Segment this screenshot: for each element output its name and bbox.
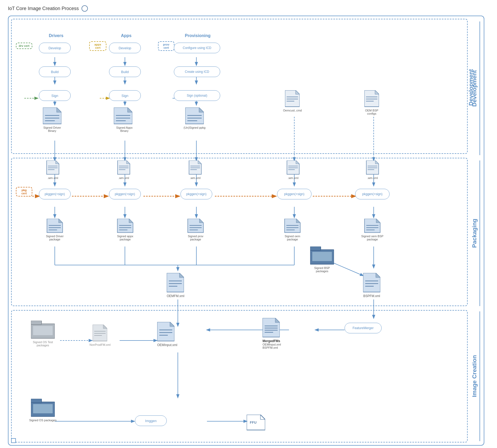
svg-marker-52 <box>57 107 61 112</box>
svg-marker-112 <box>199 219 203 223</box>
svg-marker-82 <box>126 160 130 164</box>
svg-rect-133 <box>312 252 332 261</box>
svg-rect-159 <box>31 399 42 403</box>
signed-driver-pkg-label: Signed Driver package <box>43 235 67 241</box>
title-circle <box>82 5 88 12</box>
signed-os-label: Signed OS packages <box>28 419 57 422</box>
oembsp-icon: OEM BSP configs <box>364 90 383 115</box>
svg-marker-87 <box>198 160 201 164</box>
pkg-cert-badge: pkg cert <box>16 187 32 196</box>
signed-driver-binary-icon: Signed Driver Binary <box>43 107 64 132</box>
drivers-develop: Develop <box>39 43 71 53</box>
prov-configure: Configure using ICD <box>174 43 220 53</box>
ffu-label: FFU <box>250 420 256 424</box>
main-diagram: Development drv cert Drivers Develop Bui… <box>8 16 484 446</box>
wm5-icon: .wm.xml <box>365 160 380 180</box>
signed-prov-pkg-label: Signed prov package <box>184 235 207 241</box>
signed-prov-pkg-icon: Signed prov package <box>186 219 207 241</box>
dev-side-label: Development <box>469 21 480 155</box>
svg-marker-92 <box>296 160 299 164</box>
svg-rect-132 <box>310 247 321 250</box>
signed-oem-bsp-pkg-label: Signed oem BSP package <box>359 235 386 241</box>
svg-marker-67 <box>296 90 300 94</box>
oeminput-icon: OEMInput.xml <box>157 322 177 347</box>
oemcust-icon: Oemcust..cmd <box>285 90 303 112</box>
mergedfms-label: MergedFMs <box>263 339 289 343</box>
mergedfms-detail: OEMInput.xmlBSPFM.xml <box>263 343 289 349</box>
oemcust-label: Oemcust..cmd <box>282 109 303 112</box>
wm2-icon: .wm.xml <box>116 160 131 180</box>
signed-oem-pkg-icon: Signed oem package <box>283 219 304 241</box>
signed-driver-pkg-icon: Signed Driver package <box>46 219 67 241</box>
imggen-box: Imggen <box>135 415 167 426</box>
signed-appx-pkg-icon: Signed appx package <box>116 219 137 241</box>
svg-marker-107 <box>129 219 133 223</box>
svg-marker-135 <box>376 273 380 277</box>
apps-develop: Develop <box>109 43 141 53</box>
signed-os-test-label: Signed OS Test packages <box>28 341 57 347</box>
svg-marker-102 <box>58 219 62 223</box>
wm1-icon: .wm.xml <box>46 160 60 180</box>
svg-marker-122 <box>376 219 380 223</box>
drivers-build: Build <box>39 66 71 77</box>
apps-sign: Sign <box>109 90 141 101</box>
signed-os-test-icon: Signed OS Test packages <box>31 321 57 347</box>
signed-os-pkg-icon: Signed OS packages <box>31 399 57 422</box>
nonprodfm-label: NonProdFM.xml <box>89 343 111 346</box>
wm3-label: .wm.xml <box>188 176 202 180</box>
page-title: IoT Core Image Creation Process <box>8 5 489 12</box>
img-section <box>11 310 468 442</box>
pkggen1: pkggen(+sign) <box>39 189 71 199</box>
signed-bsp-label: Signed BSP packages <box>309 266 335 273</box>
bspfm-label: BSPFM.xml <box>363 294 380 298</box>
oeminput-label: OEMInput.xml <box>157 343 177 347</box>
oemfm-icon: OEMFM.xml <box>167 273 184 298</box>
svg-marker-127 <box>179 273 184 277</box>
wm4-label: .wm.xml <box>286 176 300 180</box>
signed-appx-label: Signed Appx Binary <box>112 126 136 132</box>
bottom-circle <box>11 438 16 443</box>
wm4-icon: .wm.xml <box>286 160 300 180</box>
pkggen5: pkggen(+sign) <box>355 189 390 199</box>
drv-cert-badge: drv cert <box>16 43 32 49</box>
apps-title: Apps <box>113 33 139 38</box>
svg-marker-143 <box>103 325 107 329</box>
dev-section <box>11 19 468 154</box>
svg-rect-160 <box>33 404 53 413</box>
mergedfms-icon: MergedFMs OEMInput.xmlBSPFM.xml <box>263 318 289 349</box>
signed-appx-icon: Signed Appx Binary <box>114 107 136 132</box>
prov-create: Create using ICD <box>174 66 220 77</box>
ppkg-icon: (Un)Signed ppkg <box>185 107 208 129</box>
wm2-label: .wm.xml <box>116 176 131 180</box>
signed-oem-pkg-label: Signed oem package <box>281 235 304 241</box>
svg-marker-72 <box>375 90 379 94</box>
svg-marker-57 <box>128 107 132 112</box>
svg-marker-162 <box>260 415 265 419</box>
oembsp-label: OEM BSP configs <box>360 109 383 115</box>
signed-appx-pkg-label: Signed appx package <box>113 235 137 241</box>
drivers-sign: Sign <box>39 90 71 101</box>
signed-bsp-icon: Signed BSP packages <box>310 247 335 273</box>
svg-marker-117 <box>296 219 300 223</box>
svg-rect-141 <box>33 326 53 335</box>
pkggen3: pkggen(+sign) <box>180 189 212 199</box>
provisioning-title: Provisioning <box>177 33 219 38</box>
oemfm-label: OEMFM.xml <box>167 294 184 298</box>
nonprodfm-icon: NonProdFM.xml <box>93 325 111 346</box>
signed-driver-label: Signed Driver Binary <box>40 126 64 132</box>
svg-marker-153 <box>275 318 280 322</box>
wm3-icon: .wm.xml <box>188 160 202 180</box>
svg-marker-148 <box>170 322 174 326</box>
svg-marker-97 <box>375 160 379 164</box>
apps-build: Build <box>109 66 141 77</box>
pkggen4: pkggen(+sign) <box>277 189 311 199</box>
bspfm-icon: BSPFM.xml <box>363 273 380 298</box>
pkggen2: pkggen(+sign) <box>109 189 141 199</box>
prov-sign: Sign (optional) <box>174 90 220 101</box>
svg-rect-140 <box>31 321 42 325</box>
ppkg-label: (Un)Signed ppkg <box>181 126 208 129</box>
pkg-section <box>11 158 468 306</box>
wm5-label: .wm.xml <box>365 176 380 180</box>
appx-cert-badge: appx cert <box>89 41 106 51</box>
svg-marker-62 <box>199 107 204 112</box>
